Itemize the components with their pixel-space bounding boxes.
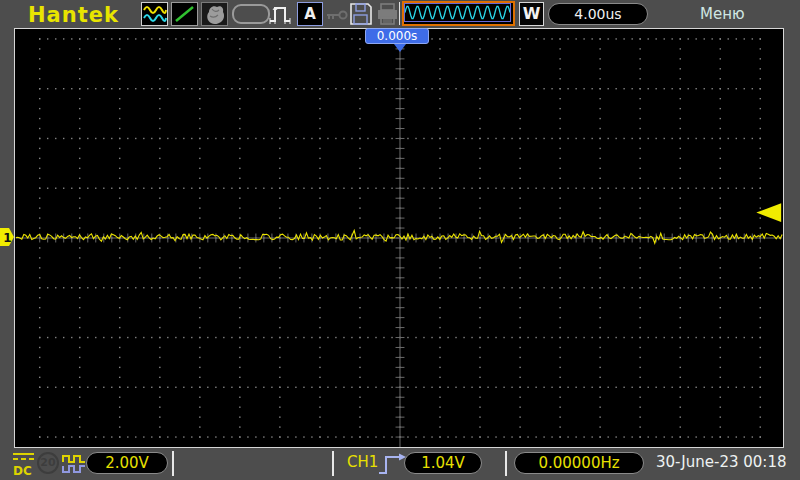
window-mode-button[interactable]: W (519, 2, 544, 26)
channel1-marker-label: 1 (3, 231, 11, 245)
channel1-marker[interactable]: 1 (0, 228, 14, 250)
bandwidth-limit-badge: 20 (37, 452, 59, 474)
measure-line-icon[interactable] (171, 2, 198, 26)
status-bar: DC 20 2.00V CH1 1.04V 0.00000Hz 30-June-… (0, 448, 800, 480)
brand-logo: Hantek (28, 3, 119, 27)
dc-coupling-label: DC (13, 464, 32, 478)
trigger-source-label: CH1 (347, 453, 378, 471)
save-icon[interactable] (348, 2, 373, 30)
waveform-display (14, 28, 784, 448)
trigger-position-label: 0.000s (377, 29, 418, 43)
auto-label: A (304, 5, 316, 23)
pulse-icon[interactable] (267, 2, 295, 30)
auto-icon[interactable]: A (297, 2, 323, 26)
graticule (15, 29, 783, 447)
acquire-preview-icon (402, 1, 515, 26)
channel-waveforms-icon[interactable] (141, 2, 168, 26)
print-icon[interactable] (376, 2, 399, 30)
key-icon[interactable] (325, 7, 349, 26)
bandwidth-limit-label: 20 (40, 456, 55, 469)
menu-button[interactable]: Меню (700, 5, 745, 23)
window-mode-label: W (523, 4, 541, 23)
topbar-separator (399, 2, 400, 25)
oscilloscope-screen: Hantek A (0, 0, 800, 480)
statusbar-separator (505, 451, 507, 476)
hand-icon[interactable] (201, 2, 228, 26)
trigger-level-readout: 1.04V (404, 452, 482, 474)
volts-per-div-readout: 2.00V (86, 452, 168, 474)
empty-slot (232, 4, 270, 24)
datetime-display: 30-June-23 00:18 (656, 453, 787, 471)
trigger-position-marker[interactable]: 0.000s (365, 28, 429, 44)
statusbar-separator (332, 451, 334, 476)
invert-waveform-icon[interactable] (62, 452, 86, 480)
trigger-position-pointer-icon (394, 44, 406, 52)
frequency-counter-readout: 0.00000Hz (514, 452, 644, 474)
timebase-readout: 4.00us (548, 3, 648, 25)
statusbar-separator (172, 451, 174, 476)
dc-coupling-icon[interactable]: DC (11, 451, 37, 480)
acquire-preview-frame (404, 3, 511, 22)
